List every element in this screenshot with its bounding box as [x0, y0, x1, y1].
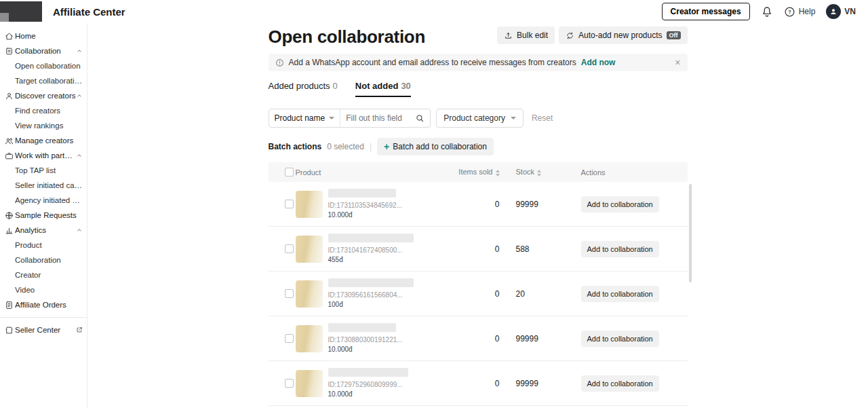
- stock-value: 99999: [502, 379, 562, 388]
- column-header-items-sold: Items sold: [435, 168, 502, 176]
- column-header-stock: Stock: [502, 168, 562, 176]
- product-cell: ID:1730956161566804... 100đ: [296, 278, 435, 310]
- batch-add-to-collaboration-button[interactable]: + Batch add to collaboration: [377, 138, 494, 155]
- product-id: ID:1729752960809999...: [328, 380, 408, 390]
- table-row: ID:1731041672408500... 455đ 0 588 Add to…: [269, 227, 688, 272]
- selected-count: 0 selected: [327, 142, 364, 151]
- table-scrollbar[interactable]: [689, 184, 692, 282]
- sidebar-item-sample-requests[interactable]: Sample Requests: [0, 208, 87, 223]
- search-icon[interactable]: [415, 113, 425, 123]
- product-name-redacted: [328, 278, 414, 287]
- search-field-selector[interactable]: Product name: [269, 109, 341, 127]
- sidebar-item-affiliate-orders[interactable]: Affiliate Orders: [0, 297, 87, 312]
- row-checkbox[interactable]: [285, 334, 294, 343]
- search-field-label: Product name: [275, 113, 326, 123]
- sidebar-item-label: Manage creators: [15, 136, 83, 145]
- tab-count: 30: [401, 81, 410, 91]
- row-checkbox[interactable]: [285, 200, 294, 208]
- product-cell: ID:1731103534845692... 10.000đ: [296, 189, 435, 220]
- chevron-down-icon: [329, 117, 334, 119]
- briefcase-icon: [3, 151, 14, 160]
- auto-add-new-products-toggle[interactable]: Auto-add new products Off: [559, 26, 687, 44]
- product-image: [296, 325, 323, 352]
- storefront-icon: [3, 326, 14, 335]
- help-button[interactable]: ? Help: [784, 6, 816, 18]
- table-row: ID:1729752960809999... 10.000đ 0 99999 A…: [269, 361, 688, 406]
- page-header: Open collaboration Bulk edit Auto-add ne…: [269, 26, 688, 48]
- add-to-collaboration-button[interactable]: Add to collaboration: [581, 241, 659, 257]
- sidebar-item-home[interactable]: Home: [0, 29, 87, 43]
- notifications-bell-icon[interactable]: [761, 5, 773, 18]
- row-checkbox[interactable]: [285, 244, 294, 253]
- row-checkbox[interactable]: [285, 379, 294, 388]
- sidebar-item-analytics-video[interactable]: Video: [0, 282, 87, 297]
- plus-icon: +: [384, 142, 389, 151]
- app-logo[interactable]: [0, 1, 42, 22]
- product-tabs: Added products 0 Not added 30: [269, 81, 688, 97]
- items-sold-value: 0: [435, 379, 502, 388]
- sidebar-item-find-creators[interactable]: Find creators: [0, 103, 87, 118]
- sidebar-item-view-rankings[interactable]: View rankings: [0, 118, 87, 133]
- sort-icon[interactable]: [496, 170, 500, 177]
- sidebar-item-label: Find creators: [15, 107, 83, 115]
- sidebar-item-top-tap-list[interactable]: Top TAP list: [0, 163, 87, 178]
- whatsapp-warning-banner: Add a WhatsApp account and email address…: [269, 54, 688, 71]
- sidebar-item-label: Product: [15, 241, 83, 249]
- reset-filters-link[interactable]: Reset: [532, 113, 553, 123]
- sidebar-item-seller-center[interactable]: Seller Center: [0, 322, 87, 337]
- sidebar-item-discover-creators[interactable]: Discover creators: [0, 88, 87, 103]
- row-checkbox[interactable]: [285, 289, 294, 298]
- top-bar: Affiliate Center Creator messages ? Help…: [0, 0, 868, 23]
- help-icon: ?: [784, 6, 795, 18]
- product-price: 10.000đ: [328, 390, 408, 399]
- sidebar-item-manage-creators[interactable]: Manage creators: [0, 133, 87, 148]
- sidebar-item-label: Work with partners: [15, 151, 76, 160]
- sidebar-item-label: Affiliate Orders: [15, 301, 83, 309]
- tab-not-added[interactable]: Not added 30: [355, 81, 411, 97]
- chevron-up-icon[interactable]: [76, 48, 83, 54]
- select-all-checkbox[interactable]: [285, 168, 294, 177]
- sidebar-item-analytics-collaboration[interactable]: Collaboration: [0, 253, 87, 267]
- items-sold-value: 0: [435, 289, 502, 299]
- sidebar-item-analytics-product[interactable]: Product: [0, 238, 87, 253]
- product-name-redacted: [328, 368, 408, 377]
- page-header-actions: Bulk edit Auto-add new products Off: [497, 26, 687, 44]
- main-content: Open collaboration Bulk edit Auto-add ne…: [87, 23, 868, 408]
- chevron-up-icon[interactable]: [76, 92, 83, 99]
- account-menu[interactable]: VN: [826, 4, 856, 19]
- app-title: Affiliate Center: [53, 6, 125, 18]
- sidebar-item-analytics-creator[interactable]: Creator: [0, 267, 87, 282]
- sidebar-divider: [0, 317, 87, 318]
- add-to-collaboration-button[interactable]: Add to collaboration: [581, 375, 659, 392]
- sidebar-item-work-with-partners[interactable]: Work with partners: [0, 148, 87, 163]
- tab-added-products[interactable]: Added products 0: [269, 81, 338, 97]
- chevron-up-icon[interactable]: [76, 227, 83, 234]
- add-now-link[interactable]: Add now: [581, 58, 616, 67]
- svg-text:?: ?: [788, 9, 791, 15]
- add-to-collaboration-button[interactable]: Add to collaboration: [581, 196, 659, 212]
- chevron-up-icon[interactable]: [76, 152, 83, 159]
- creator-messages-button[interactable]: Creator messages: [662, 3, 750, 20]
- batch-add-label: Batch add to collaboration: [393, 142, 487, 151]
- external-link-icon: [76, 327, 83, 333]
- batch-actions-bar: Batch actions 0 selected | + Batch add t…: [269, 138, 688, 155]
- sidebar-item-analytics[interactable]: Analytics: [0, 223, 87, 238]
- sidebar-item-agency-initiated-campaigns[interactable]: Agency initiated campaigns: [0, 193, 87, 208]
- page-title: Open collaboration: [269, 26, 426, 48]
- sidebar-item-seller-initiated-campaigns[interactable]: Seller initiated campaigns: [0, 178, 87, 193]
- product-name-search-input[interactable]: [346, 113, 411, 123]
- add-to-collaboration-button[interactable]: Add to collaboration: [581, 286, 659, 302]
- add-to-collaboration-button[interactable]: Add to collaboration: [581, 331, 659, 347]
- sidebar-item-collaboration[interactable]: Collaboration: [0, 43, 87, 58]
- product-category-select[interactable]: Product category: [436, 109, 524, 128]
- bulk-edit-button[interactable]: Bulk edit: [497, 26, 555, 44]
- table-header-row: Product Items sold Stock Actions: [269, 162, 688, 182]
- user-initials: VN: [844, 7, 856, 16]
- product-id: ID:1731103534845692...: [328, 201, 402, 210]
- product-price: 100đ: [328, 300, 414, 310]
- sidebar-item-target-collaboration[interactable]: Target collaboration: [0, 73, 87, 88]
- banner-text: Add a WhatsApp account and email address…: [289, 58, 576, 67]
- sort-icon[interactable]: [537, 170, 541, 177]
- sidebar-item-open-collaboration[interactable]: Open collaboration: [0, 58, 87, 73]
- banner-close-icon[interactable]: ×: [675, 58, 680, 67]
